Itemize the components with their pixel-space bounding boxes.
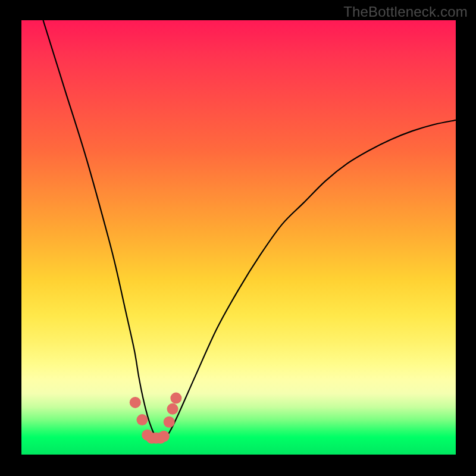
- marker-dot: [158, 431, 170, 442]
- marker-dot: [170, 393, 181, 404]
- chart-root: TheBottleneck.com: [0, 0, 476, 476]
- watermark-text: TheBottleneck.com: [343, 4, 468, 20]
- marker-dot: [136, 414, 148, 425]
- minimum-region-dots: [130, 393, 182, 444]
- plot-area: [21, 20, 456, 455]
- bottleneck-curve: [43, 20, 456, 438]
- curve-layer: [21, 20, 456, 455]
- curve-path: [43, 20, 456, 438]
- marker-dot: [130, 397, 141, 408]
- marker-dot: [167, 403, 178, 415]
- marker-dot: [164, 416, 175, 428]
